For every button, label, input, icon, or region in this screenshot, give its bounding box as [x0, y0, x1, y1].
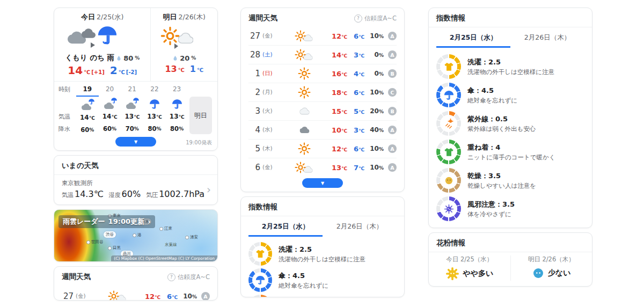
dry-face-icon: [436, 168, 461, 193]
hour-column-22[interactable]: 22 13℃ 80%: [143, 83, 166, 135]
weekly-row[interactable]: 27 (金) 12℃ 6℃ 10% A: [248, 27, 397, 45]
weekly-row[interactable]: 3 (火) 15℃ 5℃ 20% B: [248, 101, 397, 120]
deg-unit: ℃: [134, 114, 140, 120]
row-low: 3: [354, 51, 358, 59]
row-pop: 20: [370, 107, 379, 115]
confidence-help[interactable]: ? 信頼度A~C: [354, 14, 397, 23]
hour-header[interactable]: 20: [99, 83, 121, 96]
index-item-label: 洗濯：2.5: [467, 57, 554, 67]
index-item-label: 洗濯：2.5: [279, 245, 365, 254]
today-forecast-card: 今日2/25(水) くもり のち 雨 80% 14 ℃ [+1]: [54, 8, 218, 151]
temp-label: 気温: [62, 191, 74, 199]
transition-arrow-icon: [174, 43, 178, 49]
tab-today[interactable]: 2月25日（水）: [436, 28, 510, 48]
tab-tomorrow[interactable]: 2月26日（木）: [510, 28, 584, 48]
index-item-layering[interactable]: 重ね着：4 ニットに薄手のコートで暖かく: [436, 140, 584, 164]
weekly-row[interactable]: 28 (土) 14℃ 3℃ 0% A: [248, 45, 397, 64]
current-weather-row[interactable]: 東京観測所 気温 14.3℃ 湿度 60% 気圧 1002.7hPa ›: [54, 176, 217, 204]
weekly-title: 週間天気: [62, 272, 91, 282]
pollen-tomorrow-level-row: 少ない: [532, 267, 571, 280]
tomorrow-forecast[interactable]: 明日2/26(木) 20% 13 ℃ 1 ℃: [151, 8, 217, 81]
index-item-cold-caution[interactable]: 風邪注意：3.5 体を冷やさずに: [436, 196, 584, 221]
weekly-forecast-card: 週間天気 ? 信頼度A~C 27 (金) 12℃ 6℃ 10% A 28 (土)…: [240, 8, 405, 192]
deg-unit: ℃: [89, 115, 95, 121]
tab-tomorrow[interactable]: 2月26日（木）: [323, 217, 397, 237]
row-day: (金): [262, 32, 280, 40]
radar-title: 雨雲レーダー: [63, 217, 105, 226]
index-item-umbrella[interactable]: 傘：4.5 絶対傘を忘れずに: [248, 268, 397, 292]
percent-unit: %: [89, 127, 94, 133]
uv-score-donut: [436, 111, 461, 136]
hour-header[interactable]: 23: [166, 83, 188, 96]
weekly-row[interactable]: 27 (金) 12℃ 6℃ 10% A: [62, 286, 210, 301]
hour-header[interactable]: 19: [76, 83, 99, 97]
tomorrow-low: 1: [190, 64, 196, 74]
expand-hourly-button[interactable]: ▼: [115, 137, 156, 147]
shirt-icon: [436, 54, 461, 79]
hour-temp: 13: [147, 113, 156, 120]
row-low: 7: [354, 164, 358, 172]
umbrella-icon: [96, 24, 119, 47]
hour-column-23[interactable]: 23 13℃ 80%: [166, 83, 188, 135]
percent-unit: %: [156, 126, 161, 131]
hourly-tomorrow-box[interactable]: 明日: [189, 97, 212, 134]
index-item-dryness[interactable]: 乾燥：3.5 乾燥しやすい人は注意を: [436, 168, 584, 193]
hour-column-21[interactable]: 21 13℃ 70%: [121, 83, 143, 135]
temp-value: 14.3℃: [75, 189, 104, 199]
deg-unit: ℃: [179, 114, 185, 120]
row-high: 14: [332, 51, 341, 59]
cloud-outline-icon: [177, 31, 195, 46]
index-item-uv[interactable]: 紫外線：0.5 紫外線は弱く外出も安心: [436, 111, 584, 136]
expand-weekly-button[interactable]: ▼: [302, 178, 343, 188]
index-item-laundry[interactable]: 洗濯：2.5 洗濯物の外干しは空模様に注意: [248, 242, 397, 266]
index-item-umbrella[interactable]: 傘：4.5 絶対傘を忘れずに: [436, 83, 584, 107]
weekly-row[interactable]: 1 (日) 16℃ 4℃ 0% B: [248, 64, 397, 83]
confidence-help[interactable]: ? 信頼度A~C: [167, 273, 210, 281]
sun-icon: [280, 67, 329, 80]
hour-column-19[interactable]: 19 14℃ 60%: [76, 83, 99, 135]
index-tabs: 2月25日（水） 2月26日（木）: [248, 217, 397, 237]
row-low: 4: [354, 70, 358, 78]
weekly-row[interactable]: 5 (木) 12℃ 6℃ 10% A: [248, 139, 397, 158]
row-day: (水): [262, 126, 280, 134]
hour-header[interactable]: 21: [121, 83, 143, 96]
rain-radar-card[interactable]: 東京 東京 江東 渋谷 港 世田谷 目黒 品川 浦安 京葉線 雨雲レーダー 19…: [54, 209, 218, 262]
laundry-score-donut: [436, 54, 461, 79]
index-item-label: 重ね着：4: [467, 143, 555, 152]
index-item-uv[interactable]: 紫外線：0.5 紫外線は弱く外出も安心: [248, 295, 397, 297]
pollen-title: 花粉情報: [436, 238, 465, 248]
hour-header[interactable]: 22: [143, 83, 166, 96]
hour-pop: 70: [126, 125, 134, 133]
index-info-card: 指数情報 2月25日（水） 2月26日（木） 洗濯：2.5 洗濯物の外干しは空模…: [240, 196, 405, 297]
radar-updated: 19:00更新: [108, 217, 144, 226]
row-low: 6: [354, 145, 358, 153]
tab-today[interactable]: 2月25日（水）: [248, 217, 323, 237]
row-high: 18: [332, 89, 341, 97]
index-item-laundry[interactable]: 洗濯：2.5 洗濯物の外干しは空模様に注意: [436, 54, 584, 79]
index-item-label: 傘：4.5: [467, 86, 517, 96]
chevron-right-icon[interactable]: ›: [207, 184, 211, 195]
hour-column-20[interactable]: 20 14℃ 60%: [99, 83, 121, 135]
laundry-score-donut: [248, 242, 272, 266]
pressure-value: 1002.7hPa: [159, 189, 204, 199]
weekly-row[interactable]: 2 (月) 18℃ 6℃ 10% C: [248, 83, 397, 101]
percent-unit: %: [135, 55, 140, 61]
weekly-row[interactable]: 4 (水) 10℃ 3℃ 40% A: [248, 120, 397, 139]
radar-title-overlay[interactable]: 雨雲レーダー 19:00更新 ›: [58, 215, 155, 228]
umbrella-icon: [171, 98, 183, 110]
weekly-row[interactable]: 6 (金) 13℃ 7℃ 10% A: [248, 158, 397, 177]
row-pop: 10: [370, 164, 379, 171]
cloud-umbrella-icon: [80, 98, 94, 112]
row-day: (金): [262, 164, 280, 171]
row-day: (火): [262, 107, 280, 115]
row-high: 10: [332, 126, 341, 134]
index-item-desc: 洗濯物の外干しは空模様に注意: [467, 68, 554, 76]
tomorrow-date: 2/26(木): [179, 13, 206, 21]
today-forecast[interactable]: 今日2/25(水) くもり のち 雨 80% 14 ℃ [+1]: [54, 8, 151, 81]
hourly-tomorrow-column[interactable]: 明日: [188, 83, 213, 135]
dryness-score-donut: [436, 168, 461, 193]
percent-unit: %: [191, 55, 196, 61]
row-date: 2: [248, 87, 260, 97]
pollen-tomorrow-date: 明日 2/26（木）: [528, 255, 575, 264]
pollen-today-level: やや多い: [463, 269, 493, 279]
